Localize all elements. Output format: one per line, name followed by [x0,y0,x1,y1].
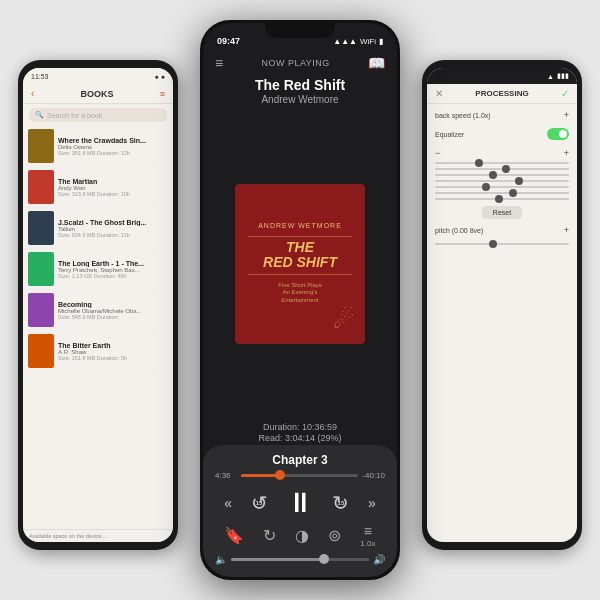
book-title-3: J.Scalzi - The Ghost Brig... [58,219,168,226]
right-header: ✕ PROCESSING ✓ [427,84,577,104]
secondary-controls: 🔖 ↻ ◑ ⊚ ≡ 1.0x [215,523,385,548]
minus-icon[interactable]: − [435,148,440,158]
progress-track[interactable] [241,474,358,477]
speed-label: 1.0x [360,539,375,548]
left-phone: 11:53 ● ● ‹ BOOKS ≡ 🔍 Search for a book … [18,60,178,550]
left-status-icons: ● ● [155,73,165,80]
duration-text: Duration: 10:36:59 [213,422,387,432]
cover-subtitle-text: Five Short PlaysAn Evening'sEntertainmen… [278,282,322,305]
right-close-icon[interactable]: ✕ [435,88,443,99]
list-item[interactable]: Becoming Michelle Obama/Michele Oba... S… [23,290,173,331]
volume-low-icon: 🔈 [215,554,227,565]
left-status-bar: 11:53 ● ● [23,68,173,84]
time-remaining: -40:10 [362,471,385,480]
fast-forward-button[interactable]: » [368,495,376,511]
right-check-icon[interactable]: ✓ [561,88,569,99]
book-info-5: Becoming Michelle Obama/Michele Oba... S… [58,301,168,320]
pitch-slider [435,243,569,245]
center-cover-area: Andrew Wetmore TheRed Shift Five Short P… [203,107,397,420]
left-header: ‹ BOOKS ≡ [23,84,173,104]
right-settings: back speed (1.0x) + Equalizer − + [427,104,577,255]
wifi-icon: WiFi [360,37,376,46]
list-item[interactable]: The Martian Andy Weir Size: 313.8 MB Dur… [23,167,173,208]
book-icon[interactable]: 📖 [368,55,385,71]
book-meta-1: Size: 351.6 MB Duration: 12h [58,150,168,156]
list-item[interactable]: The Long Earth - 1 - The... Terry Pratch… [23,249,173,290]
battery-icon: ▮ [379,37,383,46]
repeat-button[interactable]: ↻ [263,526,276,545]
skip-fwd-button[interactable]: ↻ 15 [332,491,349,515]
book-title-6: The Bitter Earth [58,342,168,349]
right-phone-screen: ▲ ▮▮▮ ✕ PROCESSING ✓ back speed (1.0x) +… [427,68,577,542]
eq-slider-4 [435,180,569,182]
right-phone: ▲ ▮▮▮ ✕ PROCESSING ✓ back speed (1.0x) +… [422,60,582,550]
book-cover-2 [28,170,54,204]
rewind-button[interactable]: « [224,495,232,511]
book-info-3: J.Scalzi - The Ghost Brig... Tallum Size… [58,219,168,238]
plus2-icon[interactable]: + [564,148,569,158]
time-elapsed: 4:36 [215,471,237,480]
book-cover-4 [28,252,54,286]
book-info-4: The Long Earth - 1 - The... Terry Pratch… [58,260,168,279]
plus-icon[interactable]: + [564,110,569,120]
book-cover-1 [28,129,54,163]
signal-icon: ▲▲▲ [333,37,357,46]
volume-thumb [319,554,329,564]
airplay-button[interactable]: ⊚ [328,526,341,545]
progress-fill [241,474,276,477]
hamburger-icon[interactable]: ≡ [215,55,223,71]
book-meta-5: Size: 548.9 MB Duration: [58,314,168,320]
progress-row: 4:36 -40:10 [215,471,385,480]
scene: 11:53 ● ● ‹ BOOKS ≡ 🔍 Search for a book … [0,0,600,600]
right-header-title: PROCESSING [475,89,528,98]
eq-slider-7 [435,198,569,200]
plus3-icon[interactable]: + [564,225,569,235]
center-phone-screen: 09:47 ▲▲▲ WiFi ▮ ≡ NOW PLAYING 📖 The Red… [203,23,397,577]
list-item[interactable]: Where the Crawdads Sin... Delia Owens Si… [23,126,173,167]
center-meta: Duration: 10:36:59 Read: 3:04:14 (29%) [203,420,397,445]
cover-title-text: TheRed Shift [263,240,337,271]
left-phone-screen: 11:53 ● ● ‹ BOOKS ≡ 🔍 Search for a book … [23,68,173,542]
pitch-label: pitch (0.00 8ve) [435,227,483,234]
eq-toggle[interactable] [547,128,569,140]
eq-slider-1 [435,162,569,164]
now-playing-label: NOW PLAYING [261,58,329,68]
search-bar[interactable]: 🔍 Search for a book [29,108,167,122]
volume-track[interactable] [231,558,369,561]
book-info-2: The Martian Andy Weir Size: 313.8 MB Dur… [58,178,168,197]
list-item[interactable]: J.Scalzi - The Ghost Brig... Tallum Size… [23,208,173,249]
skip-back-button[interactable]: ↺ 15 [251,491,268,515]
left-header-spacer: ≡ [160,89,165,99]
right-battery-icon: ▮▮▮ [557,72,569,80]
list-item[interactable]: The Bitter Earth A.R. Shaw Size: 151.6 M… [23,331,173,372]
bookmark-button[interactable]: 🔖 [224,526,244,545]
volume-row: 🔈 🔊 [215,554,385,565]
book-title-5: Becoming [58,301,168,308]
search-placeholder: Search for a book [47,112,102,119]
book-meta-4: Size: 1.13 GB Duration: 49h [58,273,168,279]
notch [265,20,335,38]
back-arrow-icon[interactable]: ‹ [31,88,34,99]
book-cover-6 [28,334,54,368]
speed-control[interactable]: ≡ 1.0x [360,523,375,548]
pitch-setting-row: pitch (0.00 8ve) + [435,225,569,235]
read-text: Read: 3:04:14 (29%) [213,433,387,443]
cover-line-top [248,236,352,237]
eq-label: Equalizer [435,131,464,138]
book-meta-3: Size: 634.6 MB Duration: 11h [58,232,168,238]
book-info-1: Where the Crawdads Sin... Delia Owens Si… [58,137,168,156]
center-status-icons: ▲▲▲ WiFi ▮ [333,37,383,46]
progress-thumb [275,470,285,480]
right-wifi-icon: ▲ [547,73,554,80]
sleep-button[interactable]: ◑ [295,526,309,545]
volume-high-icon: 🔊 [373,554,385,565]
eq-slider-3 [435,174,569,176]
reset-button[interactable]: Reset [482,206,522,219]
center-book-title-area: The Red Shift Andrew Wetmore [203,75,397,107]
center-book-cover: Andrew Wetmore TheRed Shift Five Short P… [235,184,365,344]
eq-slider-5 [435,186,569,188]
book-meta-6: Size: 151.6 MB Duration: 5h [58,355,168,361]
play-pause-button[interactable]: ⏸ [286,486,314,519]
eq-slider-6 [435,192,569,194]
book-list: Where the Crawdads Sin... Delia Owens Si… [23,126,173,372]
